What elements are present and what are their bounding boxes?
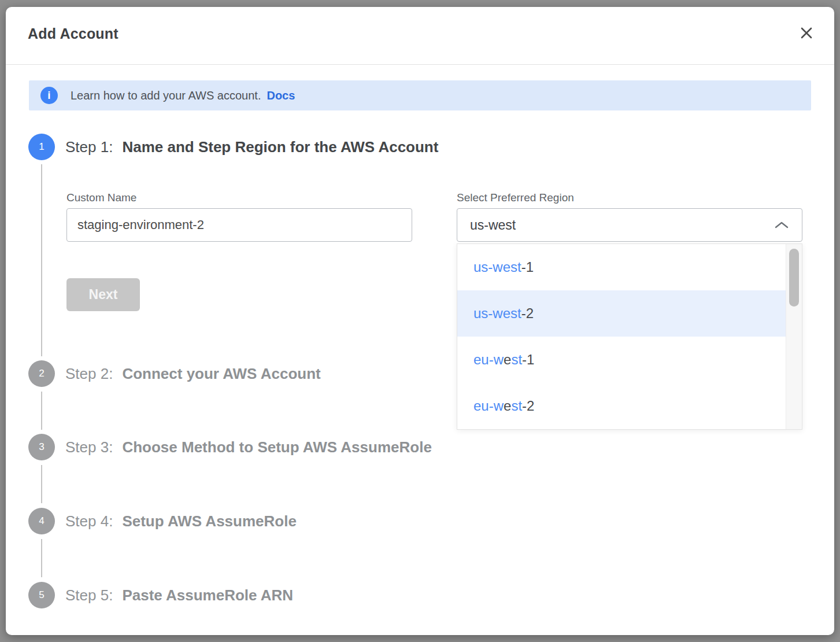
step-2-title: Connect your AWS Account bbox=[122, 365, 320, 383]
option-text-match: st bbox=[511, 352, 522, 368]
step-2-heading: Step 2: Connect your AWS Account bbox=[65, 360, 321, 387]
step-1-title: Name and Step Region for the AWS Account bbox=[122, 138, 438, 156]
step-connector-2 bbox=[41, 392, 42, 430]
region-select[interactable]: us-west bbox=[457, 208, 802, 242]
step-4-circle: 4 bbox=[28, 508, 55, 534]
close-button[interactable] bbox=[797, 23, 816, 43]
region-dropdown-list: us-west-1us-west-2eu-west-1eu-west-2 bbox=[457, 244, 786, 429]
step-5-heading: Step 5: Paste AssumeRole ARN bbox=[65, 582, 293, 608]
step-connector-4 bbox=[41, 539, 42, 577]
option-text: e bbox=[504, 352, 511, 368]
dropdown-scrollbar-track[interactable] bbox=[786, 244, 802, 429]
step-3-prefix: Step 3: bbox=[65, 438, 113, 456]
region-option[interactable]: eu-west-1 bbox=[457, 337, 786, 383]
info-banner: i Learn how to add your AWS account. Doc… bbox=[29, 80, 811, 110]
step-4-prefix: Step 4: bbox=[65, 512, 113, 530]
region-option[interactable]: us-west-2 bbox=[457, 290, 786, 337]
modal-title: Add Account bbox=[28, 25, 119, 42]
docs-link[interactable]: Docs bbox=[267, 89, 295, 102]
step-3-title: Choose Method to Setup AWS AssumeRole bbox=[122, 438, 431, 456]
option-text-match: st bbox=[511, 398, 522, 414]
step-1-prefix: Step 1: bbox=[65, 138, 113, 156]
option-text-match: eu-w bbox=[473, 352, 504, 368]
step-connector-3 bbox=[41, 465, 42, 503]
chevron-up-icon bbox=[774, 221, 789, 229]
add-account-modal: Add Account i Learn how to add your AWS … bbox=[6, 7, 834, 635]
close-icon bbox=[800, 27, 813, 39]
custom-name-label: Custom Name bbox=[66, 191, 136, 204]
region-option[interactable]: eu-west-2 bbox=[457, 383, 786, 429]
region-label: Select Preferred Region bbox=[457, 191, 574, 204]
step-4-title: Setup AWS AssumeRole bbox=[122, 512, 296, 530]
option-text-match: eu-w bbox=[473, 398, 504, 414]
step-3-circle: 3 bbox=[28, 434, 55, 460]
region-option[interactable]: us-west-1 bbox=[457, 244, 786, 290]
option-text: e bbox=[504, 398, 511, 414]
header-divider bbox=[6, 64, 834, 65]
option-text: -2 bbox=[522, 398, 534, 414]
step-3-number: 3 bbox=[39, 441, 44, 453]
step-connector-1 bbox=[41, 164, 42, 356]
option-text: -1 bbox=[522, 352, 534, 368]
option-text-match: us-west bbox=[473, 259, 521, 275]
step-4-number: 4 bbox=[39, 515, 44, 527]
region-select-value: us-west bbox=[470, 217, 516, 233]
step-5-title: Paste AssumeRole ARN bbox=[122, 586, 293, 604]
step-5-number: 5 bbox=[39, 589, 44, 601]
step-2-prefix: Step 2: bbox=[65, 365, 113, 383]
option-text: -1 bbox=[521, 259, 534, 275]
step-5-circle: 5 bbox=[28, 582, 55, 608]
info-icon: i bbox=[40, 87, 58, 104]
option-text: -2 bbox=[521, 305, 534, 322]
step-2-circle: 2 bbox=[28, 360, 55, 387]
step-3-heading: Step 3: Choose Method to Setup AWS Assum… bbox=[65, 434, 432, 460]
step-1-heading: Step 1: Name and Step Region for the AWS… bbox=[65, 134, 438, 160]
step-2-number: 2 bbox=[39, 368, 44, 379]
screen-backdrop: { "modal": { "title": "Add Account" }, "… bbox=[0, 0, 840, 642]
step-4-heading: Step 4: Setup AWS AssumeRole bbox=[65, 508, 297, 534]
step-1-number: 1 bbox=[39, 141, 44, 153]
next-button[interactable]: Next bbox=[66, 278, 140, 311]
dropdown-scrollbar-thumb[interactable] bbox=[789, 249, 799, 307]
region-dropdown: us-west-1us-west-2eu-west-1eu-west-2 bbox=[457, 243, 802, 430]
banner-text: Learn how to add your AWS account. bbox=[71, 89, 261, 102]
option-text-match: us-west bbox=[473, 305, 521, 322]
step-1-circle: 1 bbox=[28, 134, 55, 160]
custom-name-input[interactable] bbox=[66, 208, 412, 242]
step-5-prefix: Step 5: bbox=[65, 586, 113, 604]
